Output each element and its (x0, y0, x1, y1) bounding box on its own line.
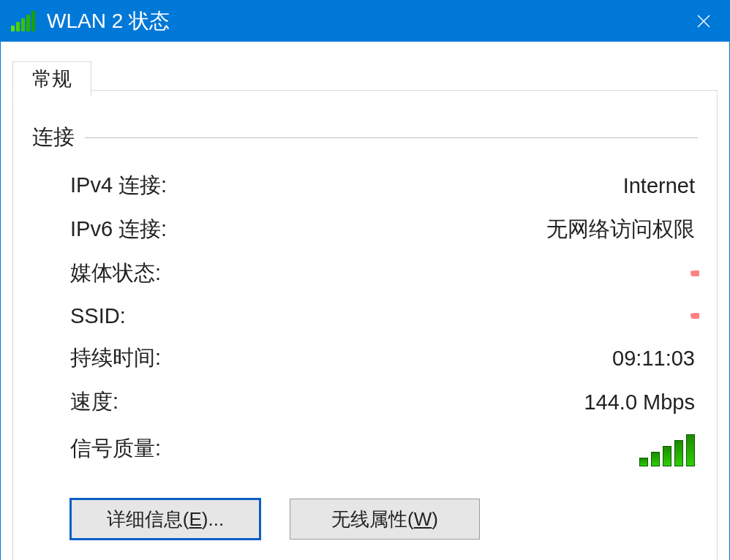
connection-group-header: 连接 (32, 123, 698, 152)
duration-value: 09:11:03 (612, 347, 695, 371)
ipv4-value: Internet (623, 174, 695, 198)
details-button-label-post: )... (202, 508, 224, 531)
connection-group-label: 连接 (32, 123, 85, 152)
speed-label: 速度: (70, 387, 118, 417)
signal-quality-value (636, 431, 695, 466)
wireless-properties-button[interactable]: 无线属性(W) (290, 499, 480, 540)
ipv6-value: 无网络访问权限 (546, 215, 695, 244)
row-ipv6: IPv6 连接: 无网络访问权限 (70, 215, 695, 244)
wlan-status-dialog: WLAN 2 状态 常规 连接 IPv4 连接: (0, 0, 730, 560)
group-divider (85, 137, 698, 138)
close-icon (696, 14, 711, 29)
row-ipv4: IPv4 连接: Internet (70, 171, 695, 200)
tab-content: 连接 IPv4 连接: Internet IPv6 连接: 无网络访问权限 媒体… (13, 91, 717, 554)
tab-general-label: 常规 (32, 66, 72, 92)
row-speed: 速度: 144.0 Mbps (70, 387, 695, 417)
details-button[interactable]: 详细信息(E)... (70, 499, 260, 540)
signal-bars-icon (636, 431, 695, 466)
media-state-label: 媒体状态: (70, 259, 161, 288)
client-area: 常规 连接 IPv4 连接: Internet IPv6 连接: 无网络访问权限 (1, 42, 729, 560)
row-media-state: 媒体状态: (70, 259, 695, 288)
wireless-button-label-post: ) (432, 508, 438, 531)
row-signal-quality: 信号质量: (70, 431, 695, 466)
ssid-label: SSID: (70, 304, 126, 328)
duration-label: 持续时间: (70, 344, 161, 373)
details-button-access-key: E (189, 508, 201, 531)
tab-panel: 常规 连接 IPv4 连接: Internet IPv6 连接: 无网络访问权限 (12, 90, 718, 560)
window-title: WLAN 2 状态 (47, 7, 170, 35)
row-duration: 持续时间: 09:11:03 (70, 344, 695, 373)
wireless-button-label-pre: 无线属性( (331, 507, 414, 532)
tab-general[interactable]: 常规 (12, 61, 91, 97)
wireless-button-access-key: W (414, 508, 432, 531)
wifi-signal-icon (11, 11, 37, 31)
ipv6-label: IPv6 连接: (70, 215, 167, 244)
speed-value: 144.0 Mbps (584, 390, 695, 415)
title-bar: WLAN 2 状态 (1, 1, 729, 42)
row-ssid: SSID: (70, 303, 695, 329)
details-button-label-pre: 详细信息( (107, 507, 189, 532)
ipv4-label: IPv4 连接: (70, 171, 167, 200)
signal-quality-label: 信号质量: (70, 434, 161, 463)
close-button[interactable] (678, 1, 729, 42)
